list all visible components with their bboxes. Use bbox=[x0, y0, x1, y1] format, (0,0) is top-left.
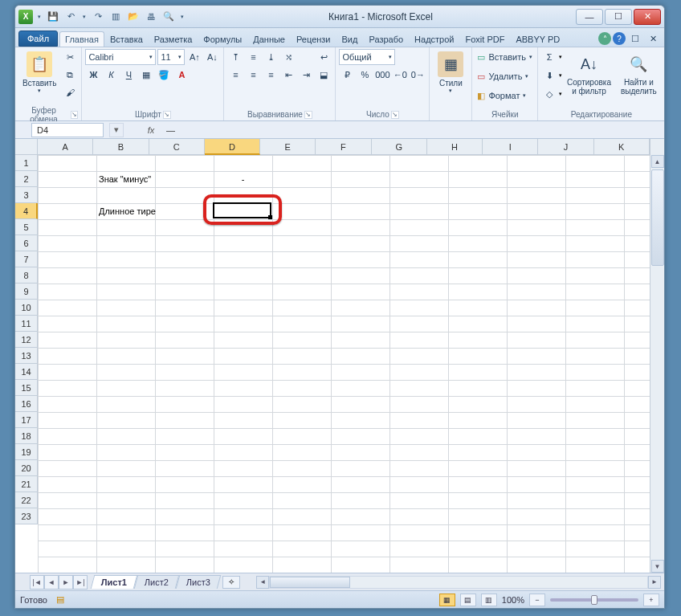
format-cells-button[interactable]: ◧Формат▾ bbox=[475, 88, 534, 104]
new-sheet-button[interactable]: ✧ bbox=[222, 576, 240, 589]
grow-font-button[interactable]: A↑ bbox=[186, 49, 202, 65]
zoom-in-button[interactable]: + bbox=[643, 594, 659, 606]
maximize-button[interactable]: ☐ bbox=[605, 9, 632, 25]
workbook-close-icon[interactable]: ✕ bbox=[645, 31, 661, 47]
vertical-scrollbar[interactable]: ▲ ▼ bbox=[650, 139, 664, 573]
col-header-b[interactable]: B bbox=[93, 139, 149, 155]
row-header-18[interactable]: 18 bbox=[15, 428, 38, 444]
tab-addins[interactable]: Надстрой bbox=[409, 31, 459, 47]
currency-button[interactable]: ₽ bbox=[339, 67, 355, 83]
row-header-16[interactable]: 16 bbox=[15, 396, 38, 412]
row-header-9[interactable]: 9 bbox=[15, 284, 38, 300]
row-header-11[interactable]: 11 bbox=[15, 316, 38, 332]
decrease-decimal-button[interactable]: 0→ bbox=[410, 67, 426, 83]
minimize-ribbon-icon[interactable]: ˄ bbox=[598, 32, 611, 45]
clipboard-dialog-launcher[interactable]: ↘ bbox=[71, 111, 78, 119]
row-header-10[interactable]: 10 bbox=[15, 300, 38, 316]
row-header-5[interactable]: 5 bbox=[15, 219, 38, 235]
copy-button[interactable]: ⧉ bbox=[62, 67, 78, 83]
page-break-view-button[interactable]: ▥ bbox=[481, 594, 497, 606]
format-painter-button[interactable]: 🖌 bbox=[62, 84, 78, 100]
namebox-dropdown[interactable]: ▾ bbox=[109, 123, 124, 137]
sheet-tab-3[interactable]: Лист3 bbox=[176, 575, 222, 589]
qat-undo-button[interactable]: ↶ bbox=[63, 10, 78, 24]
qat-undo-dropdown[interactable]: ▾ bbox=[81, 14, 88, 20]
col-header-i[interactable]: I bbox=[483, 139, 538, 155]
excel-icon[interactable]: X bbox=[18, 10, 33, 24]
tab-developer[interactable]: Разрабо bbox=[363, 31, 409, 47]
zoom-slider-knob[interactable] bbox=[591, 595, 597, 605]
insert-cells-button[interactable]: ▭Вставить▾ bbox=[475, 49, 534, 65]
row-header-14[interactable]: 14 bbox=[15, 364, 38, 380]
row-header-20[interactable]: 20 bbox=[15, 460, 38, 476]
row-header-3[interactable]: 3 bbox=[15, 187, 38, 203]
align-right-button[interactable]: ≡ bbox=[263, 67, 279, 83]
tab-formulas[interactable]: Формулы bbox=[198, 31, 247, 47]
col-header-c[interactable]: C bbox=[149, 139, 205, 155]
zoom-level[interactable]: 100% bbox=[502, 595, 524, 605]
sheet-last-button[interactable]: ►| bbox=[73, 575, 88, 589]
scroll-left-button[interactable]: ◄ bbox=[256, 576, 269, 589]
col-header-h[interactable]: H bbox=[427, 139, 483, 155]
row-header-19[interactable]: 19 bbox=[15, 444, 38, 460]
col-header-j[interactable]: J bbox=[538, 139, 593, 155]
qat-save-button[interactable]: 💾 bbox=[46, 10, 60, 24]
col-header-f[interactable]: F bbox=[316, 139, 371, 155]
scroll-down-button[interactable]: ▼ bbox=[651, 560, 664, 573]
increase-decimal-button[interactable]: ←0 bbox=[392, 67, 408, 83]
row-header-6[interactable]: 6 bbox=[15, 235, 38, 251]
percent-button[interactable]: % bbox=[357, 67, 373, 83]
styles-button[interactable]: ▦ Стили ▾ bbox=[433, 49, 468, 96]
align-bottom-button[interactable]: ⤓ bbox=[263, 49, 279, 65]
row-header-12[interactable]: 12 bbox=[15, 332, 38, 348]
col-header-g[interactable]: G bbox=[372, 139, 427, 155]
bold-button[interactable]: Ж bbox=[85, 67, 101, 83]
wrap-text-button[interactable]: ↩ bbox=[316, 49, 332, 65]
tab-data[interactable]: Данные bbox=[247, 31, 291, 47]
row-header-22[interactable]: 22 bbox=[15, 492, 38, 508]
formula-input[interactable]: — bbox=[161, 123, 643, 137]
cell-b4[interactable]: Длинное тире bbox=[96, 203, 214, 219]
col-header-k[interactable]: K bbox=[594, 139, 650, 155]
select-all-corner[interactable] bbox=[15, 139, 38, 155]
qat-new-button[interactable]: ▥ bbox=[108, 10, 123, 24]
sort-filter-button[interactable]: A↓ Сортировка и фильтр bbox=[564, 49, 614, 98]
tab-insert[interactable]: Вставка bbox=[104, 31, 149, 47]
decrease-indent-button[interactable]: ⇤ bbox=[280, 67, 296, 83]
scroll-right-button[interactable]: ► bbox=[648, 576, 661, 589]
align-center-button[interactable]: ≡ bbox=[245, 67, 261, 83]
row-header-1[interactable]: 1 bbox=[15, 155, 38, 171]
cut-button[interactable]: ✂ bbox=[62, 49, 78, 65]
merge-button[interactable]: ⬓ bbox=[316, 67, 332, 83]
tab-home[interactable]: Главная bbox=[59, 31, 104, 47]
cell-b2[interactable]: Знак "минус" bbox=[96, 171, 214, 187]
align-middle-button[interactable]: ≡ bbox=[245, 49, 261, 65]
row-header-13[interactable]: 13 bbox=[15, 348, 38, 364]
sheet-first-button[interactable]: |◄ bbox=[30, 575, 44, 589]
fill-color-button[interactable]: 🪣 bbox=[156, 67, 172, 83]
close-button[interactable]: ✕ bbox=[634, 9, 661, 25]
row-header-4[interactable]: 4 bbox=[15, 203, 38, 219]
shrink-font-button[interactable]: A↓ bbox=[204, 49, 220, 65]
page-layout-view-button[interactable]: ▤ bbox=[460, 594, 476, 606]
zoom-slider[interactable] bbox=[550, 598, 638, 602]
tab-view[interactable]: Вид bbox=[336, 31, 364, 47]
fill-button[interactable]: ⬇ bbox=[541, 67, 557, 84]
vscroll-track[interactable] bbox=[651, 168, 664, 560]
align-left-button[interactable]: ≡ bbox=[227, 67, 243, 83]
qat-customize-dropdown[interactable]: ▾ bbox=[179, 14, 186, 20]
cell-d4[interactable]: — bbox=[214, 203, 272, 219]
border-button[interactable]: ▦ bbox=[138, 67, 154, 83]
hscroll-thumb[interactable] bbox=[270, 577, 350, 588]
tab-review[interactable]: Рецензи bbox=[291, 31, 336, 47]
scroll-up-button[interactable]: ▲ bbox=[651, 155, 664, 168]
name-box[interactable]: D4 bbox=[31, 123, 104, 137]
sheet-prev-button[interactable]: ◄ bbox=[44, 575, 59, 589]
delete-cells-button[interactable]: ▭Удалить▾ bbox=[475, 68, 534, 84]
comma-button[interactable]: 000 bbox=[374, 67, 390, 83]
sheet-tab-1[interactable]: Лист1 bbox=[91, 575, 138, 589]
minimize-button[interactable]: — bbox=[576, 9, 603, 25]
help-icon[interactable]: ? bbox=[613, 32, 626, 45]
tab-abbyy[interactable]: ABBYY PD bbox=[510, 31, 565, 47]
qat-preview-button[interactable]: 🔍 bbox=[161, 10, 176, 24]
